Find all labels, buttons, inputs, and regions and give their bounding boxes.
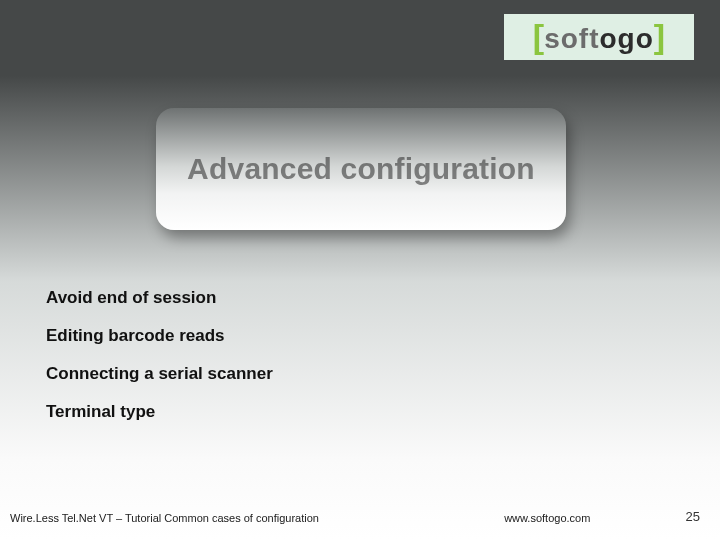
bracket-close-icon: ]: [654, 19, 665, 53]
footer-url: www.softogo.com: [319, 512, 686, 524]
list-item: Connecting a serial scanner: [46, 364, 273, 384]
list-item: Terminal type: [46, 402, 273, 422]
slide: [ soft ogo ] Advanced configuration Avoi…: [0, 0, 720, 540]
title-box: Advanced configuration: [156, 108, 566, 230]
brand-logo-text: [ soft ogo ]: [533, 19, 665, 55]
bracket-open-icon: [: [533, 19, 544, 53]
brand-logo: [ soft ogo ]: [504, 14, 694, 60]
bullet-list: Avoid end of session Editing barcode rea…: [46, 288, 273, 422]
page-title: Advanced configuration: [187, 152, 535, 186]
footer: Wire.Less Tel.Net VT – Tutorial Common c…: [0, 509, 720, 524]
list-item: Avoid end of session: [46, 288, 273, 308]
logo-part-soft: soft: [544, 23, 599, 55]
logo-part-ogo: ogo: [600, 23, 654, 55]
footer-left-text: Wire.Less Tel.Net VT – Tutorial Common c…: [10, 512, 319, 524]
list-item: Editing barcode reads: [46, 326, 273, 346]
page-number: 25: [686, 509, 700, 524]
